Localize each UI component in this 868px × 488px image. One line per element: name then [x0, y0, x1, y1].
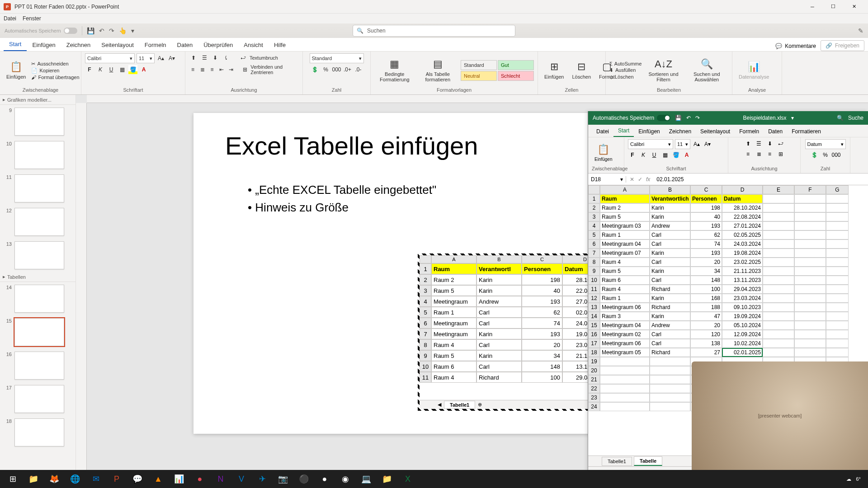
- taskbar-outlook-icon[interactable]: ✉: [86, 471, 106, 487]
- tab-ueberpruefen[interactable]: Überprüfen: [198, 39, 238, 51]
- excel-align-mid-icon[interactable]: ☰: [755, 139, 764, 148]
- align-right-icon[interactable]: ≡: [208, 65, 216, 74]
- percent-icon[interactable]: %: [321, 65, 330, 74]
- taskbar-app5-icon[interactable]: ●: [315, 471, 335, 487]
- fx-confirm-icon[interactable]: ✓: [638, 176, 642, 183]
- find-select-button[interactable]: 🔍Suchen und Auswählen: [685, 56, 728, 84]
- tab-formeln[interactable]: Formeln: [139, 39, 172, 51]
- share-button[interactable]: 🔗 Freigeben: [821, 40, 864, 51]
- orientation-icon[interactable]: ⤹: [222, 53, 231, 62]
- autosave-toggle[interactable]: Automatisches Speichern: [5, 28, 77, 34]
- slide-thumb-15[interactable]: 15: [0, 315, 75, 349]
- number-format-select[interactable]: Standard▾: [310, 53, 364, 63]
- cond-format-button[interactable]: ▦Bedingte Formatierung: [374, 56, 415, 84]
- excel-fill-icon[interactable]: 🪣: [671, 150, 680, 160]
- align-left-icon[interactable]: ≡: [189, 65, 197, 74]
- slide-thumb-18[interactable]: 18: [0, 416, 75, 449]
- cut-button[interactable]: ✂ Ausschneiden: [31, 61, 79, 67]
- font-name-select[interactable]: Calibri▾: [85, 53, 135, 63]
- excel-currency-icon[interactable]: 💲: [810, 150, 819, 160]
- fill-color-icon[interactable]: 🪣: [128, 65, 137, 74]
- delete-cells-button[interactable]: ⊟Löschen: [569, 59, 594, 81]
- underline-icon[interactable]: U: [107, 65, 116, 74]
- autosum-button[interactable]: Σ AutoSumme: [609, 61, 642, 66]
- weather-icon[interactable]: ☁: [846, 476, 851, 482]
- font-size-select[interactable]: 11▾: [137, 53, 155, 63]
- fill-button[interactable]: ⬇ Ausfüllen: [609, 67, 642, 73]
- slide-thumb-11[interactable]: 11: [0, 172, 75, 205]
- excel-redo-icon[interactable]: ↷: [695, 115, 700, 121]
- comments-button[interactable]: 💬 Kommentare: [771, 41, 821, 51]
- slide-thumb-17[interactable]: 17: [0, 382, 75, 416]
- style-good[interactable]: Gut: [498, 60, 534, 70]
- sheet-nav-prev-icon[interactable]: ◀: [438, 402, 441, 408]
- slide-thumb-16[interactable]: 16: [0, 349, 75, 382]
- ribbon-collapse-icon[interactable]: ✎: [858, 27, 863, 34]
- border-icon[interactable]: ▦: [118, 65, 127, 74]
- currency-icon[interactable]: 💲: [311, 65, 320, 74]
- close-button[interactable]: ✕: [844, 0, 864, 14]
- taskbar-app2-icon[interactable]: 📊: [169, 471, 189, 487]
- menu-fenster[interactable]: Fenster: [23, 15, 41, 22]
- excel-align-right-icon[interactable]: ≡: [765, 150, 774, 159]
- excel-percent-icon[interactable]: %: [821, 150, 830, 160]
- font-color-icon[interactable]: A: [139, 65, 148, 74]
- excel-tab-formeln[interactable]: Formeln: [735, 126, 764, 137]
- decimal-plus-icon[interactable]: .0+: [343, 65, 352, 74]
- merge-icon[interactable]: ⊞: [241, 65, 249, 74]
- excel-tab-start[interactable]: Start: [613, 125, 634, 137]
- excel-tab-formatieren[interactable]: Formatieren: [787, 126, 826, 137]
- excel-tab-seitenlayout[interactable]: Seitenlayout: [696, 126, 735, 137]
- menu-datei[interactable]: Datei: [4, 15, 16, 22]
- tab-zeichnen[interactable]: Zeichnen: [61, 39, 96, 51]
- style-standard[interactable]: Standard: [461, 60, 497, 70]
- taskbar-telegram-icon[interactable]: ✈: [252, 471, 272, 487]
- taskbar-powerpoint-icon[interactable]: P: [107, 471, 127, 487]
- excel-number-format-select[interactable]: Datum▾: [805, 139, 846, 149]
- copy-button[interactable]: 📄 Kopieren: [31, 68, 79, 74]
- bold-icon[interactable]: F: [85, 65, 94, 74]
- save-icon[interactable]: 💾: [87, 27, 94, 34]
- insert-cells-button[interactable]: ⊞Einfügen: [542, 59, 566, 81]
- slide-thumb-14[interactable]: 14: [0, 282, 75, 315]
- taskbar-excel-icon[interactable]: X: [398, 471, 418, 487]
- shrink-font-icon[interactable]: A▾: [167, 54, 176, 63]
- excel-formula-input[interactable]: 02.01.2025: [654, 176, 868, 183]
- excel-align-center-icon[interactable]: ≣: [755, 150, 764, 159]
- excel-undo-icon[interactable]: ↶: [686, 115, 691, 121]
- taskbar-onenote-icon[interactable]: N: [211, 471, 231, 487]
- indent-more-icon[interactable]: ⇥: [227, 65, 235, 74]
- minimize-button[interactable]: ─: [802, 0, 823, 14]
- tab-einfuegen[interactable]: Einfügen: [27, 39, 61, 51]
- data-analysis-button[interactable]: 📊Datenanalyse: [736, 59, 772, 81]
- excel-fontcolor-icon[interactable]: A: [682, 150, 691, 160]
- add-sheet-icon[interactable]: ⊕: [478, 402, 482, 408]
- excel-wrap-icon[interactable]: ⮐: [776, 139, 785, 148]
- slide-thumb-13[interactable]: 13: [0, 239, 75, 272]
- taskbar-vscode-icon[interactable]: V: [231, 471, 251, 487]
- excel-sheet-tab-1[interactable]: Tabelle1: [602, 457, 632, 466]
- excel-font-name-select[interactable]: Calibri▾: [628, 139, 673, 149]
- thumb-section-header[interactable]: ▸ Grafiken modellier...: [0, 95, 75, 105]
- excel-border-icon[interactable]: ▦: [660, 150, 670, 160]
- tab-ansicht[interactable]: Ansicht: [238, 39, 269, 51]
- style-bad[interactable]: Schlecht: [498, 71, 534, 81]
- thousands-icon[interactable]: 000: [332, 65, 341, 74]
- excel-tab-daten[interactable]: Daten: [764, 126, 787, 137]
- wrap-text-icon[interactable]: ⮐: [239, 53, 248, 62]
- excel-thousand-icon[interactable]: 000: [832, 150, 841, 160]
- clear-button[interactable]: ◇ Löschen: [609, 74, 642, 80]
- search-input[interactable]: 🔍 Suchen: [353, 25, 515, 37]
- excel-italic-icon[interactable]: K: [639, 150, 648, 160]
- excel-search-icon[interactable]: 🔍: [837, 115, 844, 121]
- taskbar-app7-icon[interactable]: 💻: [356, 471, 376, 487]
- format-painter-button[interactable]: 🖌 Format übertragen: [31, 75, 79, 80]
- style-neutral[interactable]: Neutral: [461, 71, 497, 81]
- slide-thumb-10[interactable]: 10: [0, 138, 75, 172]
- excel-align-top-icon[interactable]: ⬆: [744, 139, 753, 148]
- italic-icon[interactable]: K: [96, 65, 105, 74]
- thumb-section-header-2[interactable]: ▸ Tabellen: [0, 272, 75, 282]
- undo-icon[interactable]: ↶: [99, 27, 104, 34]
- qat-dropdown-icon[interactable]: ▾: [131, 27, 134, 34]
- excel-sheet-tab-2[interactable]: Tabelle: [634, 456, 662, 466]
